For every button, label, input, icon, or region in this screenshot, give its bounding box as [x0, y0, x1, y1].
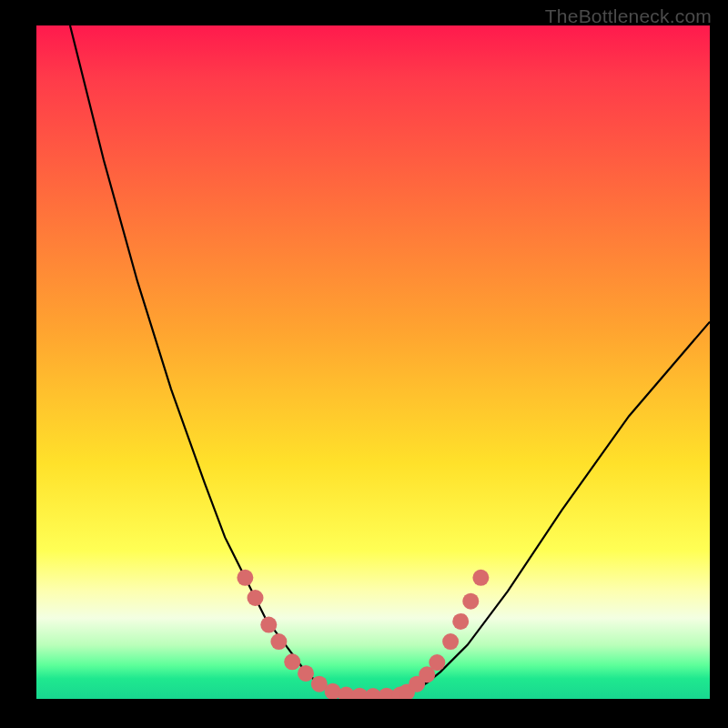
dot-right-7 — [472, 570, 489, 586]
watermark-text: TheBottleneck.com — [545, 5, 712, 27]
dot-left-0 — [237, 570, 253, 586]
dot-left-5 — [298, 665, 314, 682]
dot-left-1 — [248, 590, 264, 606]
plot-area — [36, 25, 710, 699]
dot-right-4 — [442, 633, 459, 650]
dot-right-3 — [429, 654, 445, 671]
curve-left-curve — [70, 25, 346, 695]
dot-left-3 — [270, 633, 287, 650]
dot-left-4 — [284, 653, 300, 670]
curves-svg — [36, 25, 710, 699]
dot-right-5 — [452, 613, 469, 630]
chart-frame: TheBottleneck.com — [0, 0, 728, 728]
dot-right-6 — [462, 593, 479, 610]
dot-left-2 — [260, 617, 277, 633]
